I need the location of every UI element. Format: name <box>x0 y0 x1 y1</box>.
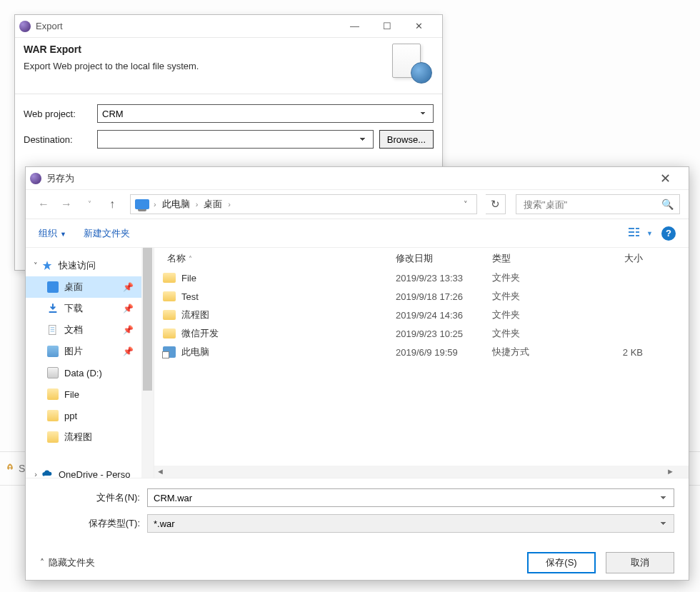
folder-icon <box>47 431 59 443</box>
nav-scrollbar[interactable] <box>141 248 154 478</box>
col-date[interactable]: 修改日期 <box>391 252 488 265</box>
view-menu[interactable]: ▼ <box>629 227 653 240</box>
file-row[interactable]: 微信开发2019/9/23 10:25文件夹 <box>154 324 689 343</box>
file-size: 2 KB <box>576 347 647 358</box>
svg-rect-3 <box>629 235 634 236</box>
file-name: 流程图 <box>181 308 209 321</box>
folder-icon <box>163 310 176 320</box>
crumb-folder[interactable]: 桌面 <box>199 198 226 211</box>
tree-item[interactable]: File <box>26 383 154 405</box>
file-type: 文件夹 <box>488 290 576 303</box>
file-row[interactable]: 流程图2019/9/24 14:36文件夹 <box>154 306 689 324</box>
eclipse-icon <box>30 173 41 184</box>
eclipse-icon <box>19 21 31 32</box>
cloud-icon <box>41 468 53 478</box>
scroll-corner <box>676 466 689 478</box>
column-headers[interactable]: 名称˄ 修改日期 类型 大小 <box>154 248 689 269</box>
tree-item[interactable]: 流程图 <box>26 426 154 448</box>
search-icon[interactable]: 🔍 <box>661 199 674 210</box>
col-size[interactable]: 大小 <box>576 252 647 265</box>
web-project-label: Web project: <box>24 109 97 119</box>
tree-item-label: 图片 <box>64 345 83 358</box>
hide-folders-toggle[interactable]: ˄ 隐藏文件夹 <box>40 556 95 569</box>
status-text: S <box>19 463 25 474</box>
folder-icon <box>163 328 176 338</box>
scroll-right-icon[interactable]: ► <box>664 466 676 478</box>
chevron-right-icon[interactable]: › <box>152 200 158 209</box>
filename-label: 文件名(N): <box>40 491 147 504</box>
tree-item[interactable]: 图片📌 <box>26 341 154 362</box>
tree-item-label: Data (D:) <box>64 368 102 378</box>
back-button[interactable]: ← <box>34 195 53 214</box>
file-row[interactable]: Test2019/9/18 17:26文件夹 <box>154 287 689 306</box>
up-button[interactable]: ↑ <box>103 195 121 214</box>
file-row[interactable]: 此电脑2019/6/9 19:59快捷方式2 KB <box>154 343 689 361</box>
tree-item[interactable]: ppt <box>26 405 154 426</box>
recent-dropdown[interactable]: ˅ <box>80 195 99 214</box>
svg-rect-4 <box>636 228 639 229</box>
saveas-titlebar[interactable]: 另存为 ✕ <box>26 167 689 190</box>
crumb-root[interactable]: 此电脑 <box>158 198 194 211</box>
close-button[interactable]: ✕ <box>403 16 435 37</box>
col-type[interactable]: 类型 <box>488 252 576 265</box>
file-date: 2019/9/23 13:33 <box>391 273 488 284</box>
tree-item-label: File <box>64 389 79 400</box>
pin-icon: 📌 <box>123 325 134 335</box>
tree-item-label: 桌面 <box>64 281 83 294</box>
minimize-button[interactable]: — <box>339 16 371 37</box>
organize-menu[interactable]: 组织▼ <box>39 227 66 240</box>
new-folder-button[interactable]: 新建文件夹 <box>84 227 130 240</box>
save-as-dialog: 另存为 ✕ ← → ˅ ↑ › 此电脑 › 桌面 › ˅ ↻ 🔍 组织▼ 新建文… <box>25 166 689 581</box>
web-project-select[interactable]: CRM <box>97 104 434 123</box>
chevron-right-icon[interactable]: › <box>194 200 200 209</box>
search-box[interactable]: 🔍 <box>516 194 680 214</box>
close-button[interactable]: ✕ <box>649 168 681 189</box>
help-button[interactable]: ? <box>661 226 676 241</box>
export-titlebar[interactable]: Export — ☐ ✕ <box>15 15 442 38</box>
download-icon <box>47 303 59 314</box>
breadcrumb[interactable]: › 此电脑 › 桌面 › ˅ <box>130 194 477 214</box>
tree-onedrive[interactable]: › OneDrive - Perso <box>26 463 154 478</box>
folder-icon <box>47 410 59 421</box>
filename-input[interactable] <box>147 488 674 507</box>
picture-icon <box>47 346 59 357</box>
shortcut-icon <box>163 346 176 358</box>
pin-icon: 📌 <box>123 346 134 356</box>
file-row[interactable]: File2019/9/23 13:33文件夹 <box>154 269 689 287</box>
export-heading: WAR Export <box>24 44 389 55</box>
tree-item[interactable]: 文档📌 <box>26 319 154 341</box>
file-type: 快捷方式 <box>488 346 576 358</box>
caret-right-icon[interactable]: › <box>31 470 40 478</box>
svg-rect-5 <box>636 231 639 233</box>
save-button[interactable]: 保存(S) <box>527 552 596 573</box>
tree-item[interactable]: Data (D:) <box>26 362 154 383</box>
rocket-icon <box>4 463 16 474</box>
horiz-scrollbar[interactable]: ◄ ► <box>154 466 676 478</box>
destination-select[interactable] <box>97 130 374 149</box>
export-header: WAR Export Export Web project to the loc… <box>15 38 442 94</box>
refresh-button[interactable]: ↻ <box>486 194 506 214</box>
tree-item[interactable]: 下载📌 <box>26 298 154 319</box>
file-name: 微信开发 <box>181 327 219 340</box>
chevron-right-icon[interactable]: › <box>226 200 232 209</box>
col-name[interactable]: 名称˄ <box>163 252 391 265</box>
tree-item[interactable]: 桌面📌 <box>26 276 154 298</box>
caret-up-icon: ˄ <box>40 558 44 568</box>
breadcrumb-dropdown[interactable]: ˅ <box>458 200 474 209</box>
document-icon <box>47 324 59 336</box>
caret-down-icon[interactable]: ˅ <box>31 261 40 271</box>
file-type: 文件夹 <box>488 327 576 340</box>
cancel-button[interactable]: 取消 <box>606 552 674 573</box>
file-name: File <box>181 273 196 284</box>
file-list: 名称˄ 修改日期 类型 大小 File2019/9/23 13:33文件夹Tes… <box>154 248 689 478</box>
tree-quick-access[interactable]: ˅ 快速访问 <box>26 255 154 276</box>
maximize-button[interactable]: ☐ <box>371 16 403 37</box>
browse-button[interactable]: Browse... <box>379 130 434 149</box>
forward-button[interactable]: → <box>57 195 76 214</box>
drive-icon <box>47 367 59 378</box>
scroll-left-icon[interactable]: ◄ <box>154 466 166 478</box>
toolbar: 组织▼ 新建文件夹 ▼ ? <box>26 219 689 247</box>
search-input[interactable] <box>522 199 661 211</box>
filetype-select[interactable]: *.war <box>147 514 674 533</box>
export-subtitle: Export Web project to the local file sys… <box>24 61 389 71</box>
